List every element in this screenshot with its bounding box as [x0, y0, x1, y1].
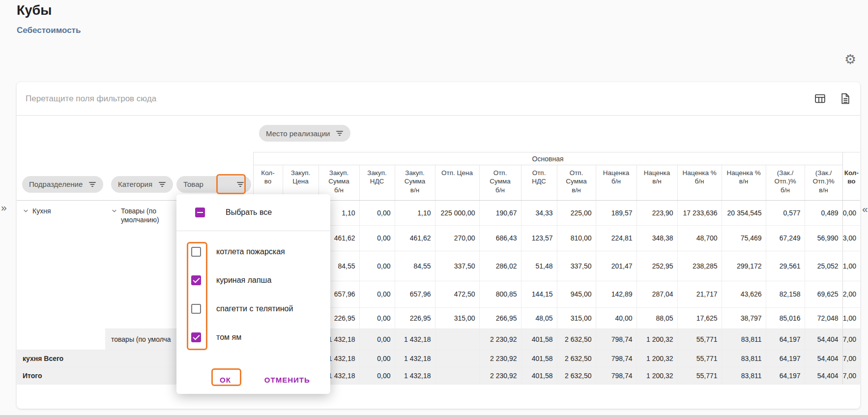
filter-icon[interactable]: [88, 181, 96, 188]
collapse-chevron-icon[interactable]: [23, 208, 29, 214]
table-cell: 7,00: [842, 350, 860, 367]
table-cell: 0,00: [842, 200, 860, 225]
row-field-chip-podrazdelenie[interactable]: Подразделение: [22, 176, 103, 193]
table-cell: 226,95: [395, 307, 435, 328]
ok-button[interactable]: ОК: [218, 375, 233, 385]
expand-right-panel-icon[interactable]: «: [862, 203, 868, 215]
table-cell: 800,85: [479, 281, 521, 307]
chip-label: Товар: [183, 180, 203, 188]
column-header[interactable]: (Зак./ Отп.)% б/н: [766, 165, 805, 200]
column-header[interactable]: Наценка б/н: [596, 165, 637, 200]
column-header[interactable]: Закуп. НДС: [359, 165, 395, 200]
table-cell: 266,95: [479, 307, 521, 328]
table-cell: 0,00: [359, 328, 395, 350]
column-field-chip-mesto-realizacii[interactable]: Место реализации: [259, 125, 350, 142]
select-all-option[interactable]: Выбрать все: [176, 194, 330, 231]
column-header[interactable]: Наценка % б/н: [677, 165, 722, 200]
export-file-icon[interactable]: [839, 92, 851, 105]
table-cell: 82,158: [766, 281, 805, 307]
table-cell: 2 230,92: [479, 350, 521, 367]
table-cell: 225,00: [557, 200, 596, 225]
horizontal-scrollbar[interactable]: [0, 415, 868, 418]
filter-option-kotleta-pozharskaya[interactable]: котлета пожарская: [176, 238, 330, 266]
collapse-chevron-icon[interactable]: [111, 208, 117, 214]
table-cell: 224,81: [596, 225, 637, 251]
column-header[interactable]: Закуп. Сумма в/н: [395, 165, 435, 200]
row-group-tovary-po-umolchaniyu: Товары (по умолчанию): [105, 200, 176, 328]
group-header-row: Подразделение Категория Товар Осно: [17, 152, 860, 165]
table-cell: 286,02: [479, 251, 521, 281]
column-header[interactable]: Отп. Сумма в/н: [557, 165, 596, 200]
table-cell: 1 432,18: [395, 328, 435, 350]
table-cell: 48,05: [521, 307, 557, 328]
table-cell: 54,404: [805, 328, 842, 350]
division-total-row: кухня Всего 1 432,18 0,00 1 432,18 2 230…: [17, 350, 860, 367]
breadcrumb-link-sebestoimost[interactable]: Себестоимость: [17, 26, 81, 35]
filter-option-spagetti-s-telyatinoy[interactable]: спагетти с телятиной: [176, 295, 330, 323]
filter-icon[interactable]: [158, 181, 166, 188]
table-cell: 798,74: [596, 328, 637, 350]
table-cell: 17 233,636: [677, 200, 722, 225]
filter-option-kurinaya-lapsha[interactable]: куриная лапша: [176, 266, 330, 295]
table-cell: 20 354,545: [722, 200, 766, 225]
table-cell: 798,74: [596, 367, 637, 384]
column-header[interactable]: Кол- во: [842, 165, 860, 200]
column-header[interactable]: Наценка % в/н: [722, 165, 766, 200]
table-cell: 945,00: [557, 281, 596, 307]
filter-drop-zone[interactable]: Перетащите поля фильтров сюда: [17, 82, 860, 116]
table-cell: [435, 367, 479, 384]
select-all-checkbox[interactable]: [195, 208, 205, 217]
filter-option-label: котлета пожарская: [216, 247, 285, 256]
subtotal-row: товары (по умолча 1 432,18 0,00 1 432,18…: [17, 328, 860, 350]
pivot-table: Подразделение Категория Товар Осно: [17, 152, 860, 385]
column-header[interactable]: Отп. Сумма б/н: [479, 165, 521, 200]
table-cell: 2 632,50: [557, 328, 596, 350]
table-cell: 315,00: [435, 307, 479, 328]
table-cell: 7,00: [842, 328, 860, 350]
column-header[interactable]: Отп. НДС: [521, 165, 557, 200]
chip-label: Место реализации: [266, 129, 330, 138]
expand-left-panel-icon[interactable]: »: [1, 202, 7, 213]
table-cell: 461,62: [395, 225, 435, 251]
grand-total-row: Итого 1 432,18 0,00 1 432,18 2 230,92 40…: [17, 367, 860, 384]
checkbox[interactable]: [191, 247, 201, 257]
table-cell: 252,95: [637, 251, 677, 281]
table-cell: 67,249: [766, 225, 805, 251]
table-cell: 0,00: [359, 367, 395, 384]
column-header[interactable]: Отп. Цена: [435, 165, 479, 200]
table-cell: 223,90: [637, 200, 677, 225]
table-cell: 299,172: [722, 251, 766, 281]
table-cell: 142,89: [596, 281, 637, 307]
export-table-icon[interactable]: [814, 92, 826, 105]
table-cell: 29,561: [766, 251, 805, 281]
table-cell: 348,38: [637, 225, 677, 251]
column-header[interactable]: (Зак./ Отп.)% в/н: [805, 165, 842, 200]
select-all-label: Выбрать все: [226, 208, 272, 217]
table-cell: 84,55: [395, 251, 435, 281]
table-cell: 0,00: [359, 225, 395, 251]
table-cell: 1,00: [842, 307, 860, 328]
table-cell: 55,771: [677, 367, 722, 384]
table-cell: 1 432,18: [395, 367, 435, 384]
table-cell: 0,00: [359, 200, 395, 225]
table-cell: 225 000,00: [435, 200, 479, 225]
checkbox[interactable]: [191, 304, 201, 314]
gear-icon[interactable]: ⚙: [844, 53, 856, 66]
table-cell: 2 230,92: [479, 367, 521, 384]
table-cell: 7,00: [842, 367, 860, 384]
row-field-chip-kategoria[interactable]: Категория: [111, 176, 173, 193]
filter-icon[interactable]: [336, 130, 344, 137]
cancel-button[interactable]: ОТМЕНИТЬ: [262, 375, 312, 385]
filter-icon[interactable]: [236, 181, 244, 188]
table-cell: 54,404: [805, 367, 842, 384]
checkbox[interactable]: [191, 332, 201, 342]
table-cell: 75,469: [722, 225, 766, 251]
table-cell: 287,04: [637, 281, 677, 307]
row-field-chip-tovar[interactable]: Товар: [176, 176, 251, 193]
table-cell: 401,58: [521, 367, 557, 384]
table-cell: 472,50: [435, 281, 479, 307]
column-header[interactable]: Наценка в/н: [637, 165, 677, 200]
table-cell: 0,00: [359, 281, 395, 307]
checkbox[interactable]: [191, 275, 201, 285]
filter-option-tom-yam[interactable]: том ям: [176, 323, 330, 352]
